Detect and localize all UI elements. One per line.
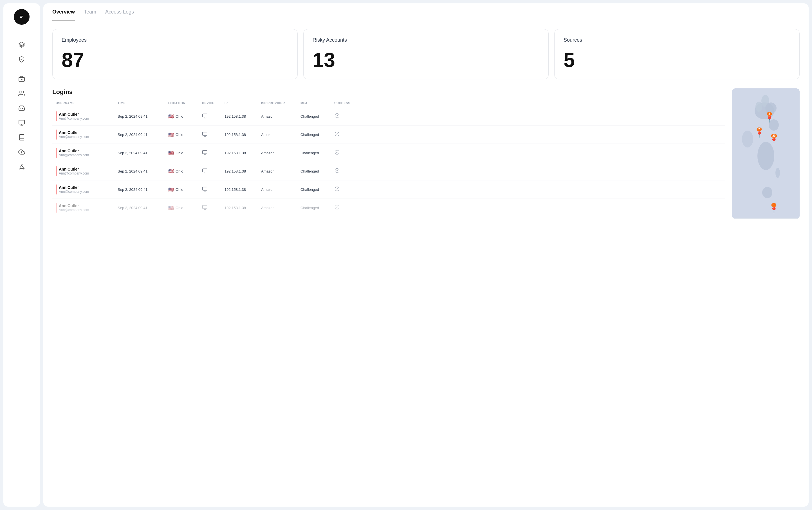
col-isp: ISP PROVIDER [261, 101, 300, 105]
network-icon[interactable] [16, 161, 28, 173]
flag-icon: 🇺🇸 [168, 205, 174, 210]
table-row[interactable]: Ann Cutler Ann@company.com Sep 2, 2024 0… [52, 125, 725, 144]
shield-icon[interactable] [16, 53, 28, 65]
table-row[interactable]: Ann Cutler Ann@company.com Sep 2, 2024 0… [52, 198, 725, 217]
tab-overview[interactable]: Overview [52, 3, 75, 21]
success-cell [334, 204, 357, 211]
sidebar [3, 3, 40, 507]
isp-cell: Amazon [261, 151, 300, 155]
user-cell: Ann Cutler Ann@company.com [56, 148, 118, 158]
device-cell [202, 150, 225, 156]
svg-line-15 [22, 165, 24, 168]
user-name: Ann Cutler [59, 112, 89, 116]
user-cell: Ann Cutler Ann@company.com [56, 111, 118, 121]
device-cell [202, 205, 225, 211]
map-pin-icon: 📍 [770, 138, 778, 144]
svg-rect-29 [203, 169, 207, 172]
user-name: Ann Cutler [59, 130, 89, 135]
employees-card: Employees 87 [52, 29, 298, 79]
location-cell: 🇺🇸 Ohio [168, 114, 202, 119]
location-cell: 🇺🇸 Ohio [168, 150, 202, 155]
device-cell [202, 168, 225, 174]
monitor-icon[interactable] [16, 116, 28, 129]
isp-cell: Amazon [261, 206, 300, 210]
table-row[interactable]: Ann Cutler Ann@company.com Sep 2, 2024 0… [52, 107, 725, 125]
time-cell: Sep 2, 2024 09:41 [118, 114, 168, 118]
risky-accounts-value: 13 [313, 50, 539, 70]
employees-label: Employees [62, 37, 288, 43]
map-pin-icon: 📍 [770, 207, 778, 214]
table-header: USERNAME TIME LOCATION DEVICE IP ISP PRO… [52, 101, 725, 107]
isp-cell: Amazon [261, 133, 300, 137]
user-name: Ann Cutler [59, 203, 89, 208]
flag-icon: 🇺🇸 [168, 114, 174, 119]
success-cell [334, 113, 357, 120]
location-cell: 🇺🇸 Ohio [168, 187, 202, 192]
success-cell [334, 186, 357, 193]
book-icon[interactable] [16, 131, 28, 144]
tab-team[interactable]: Team [84, 3, 96, 21]
location-text: Ohio [176, 114, 183, 118]
cloud-icon[interactable] [16, 146, 28, 158]
map-pin: 20 📍 [770, 134, 778, 144]
user-cell: Ann Cutler Ann@company.com [56, 185, 118, 195]
user-email: Ann@company.com [59, 153, 89, 157]
location-cell: 🇺🇸 Ohio [168, 132, 202, 137]
tabs-nav: Overview Team Access Logs [43, 3, 809, 21]
mfa-cell: Challenged [300, 206, 334, 210]
col-location: LOCATION [168, 101, 202, 105]
location-text: Ohio [176, 169, 183, 173]
ip-cell: 192.158.1.38 [225, 169, 261, 173]
isp-cell: Amazon [261, 114, 300, 118]
user-email: Ann@company.com [59, 208, 89, 212]
flag-icon: 🇺🇸 [168, 169, 174, 174]
map-pin-badge: 20 [771, 134, 777, 138]
user-indicator [56, 111, 57, 121]
device-cell [202, 186, 225, 193]
table-row[interactable]: Ann Cutler Ann@company.com Sep 2, 2024 0… [52, 144, 725, 162]
time-cell: Sep 2, 2024 09:41 [118, 133, 168, 137]
layers-icon[interactable] [16, 38, 28, 51]
user-cell: Ann Cutler Ann@company.com [56, 203, 118, 213]
location-text: Ohio [176, 151, 183, 155]
flag-icon: 🇺🇸 [168, 150, 174, 155]
svg-line-14 [20, 165, 22, 168]
time-cell: Sep 2, 2024 09:41 [118, 188, 168, 192]
users-icon[interactable] [16, 87, 28, 100]
user-cell: Ann Cutler Ann@company.com [56, 130, 118, 140]
mfa-cell: Challenged [300, 169, 334, 173]
app-logo[interactable] [14, 9, 30, 25]
logins-area: Logins USERNAME TIME LOCATION DEVICE IP … [52, 88, 800, 219]
location-cell: 🇺🇸 Ohio [168, 169, 202, 174]
col-ip: IP [225, 101, 261, 105]
user-name: Ann Cutler [59, 167, 89, 171]
ip-cell: 192.158.1.38 [225, 114, 261, 118]
map-pin-badge: 1 [772, 203, 777, 207]
svg-point-7 [20, 91, 22, 93]
table-row[interactable]: Ann Cutler Ann@company.com Sep 2, 2024 0… [52, 180, 725, 198]
svg-rect-25 [203, 150, 207, 154]
map-pin-badge: 8 [767, 112, 772, 116]
location-text: Ohio [176, 133, 183, 137]
user-email: Ann@company.com [59, 171, 89, 175]
svg-rect-2 [20, 17, 22, 18]
tab-access-logs[interactable]: Access Logs [105, 3, 134, 21]
isp-cell: Amazon [261, 188, 300, 192]
location-text: Ohio [176, 206, 183, 210]
mfa-cell: Challenged [300, 133, 334, 137]
isp-cell: Amazon [261, 169, 300, 173]
user-name: Ann Cutler [59, 185, 89, 190]
user-indicator [56, 185, 57, 195]
col-mfa: MFA [300, 101, 334, 105]
table-row[interactable]: Ann Cutler Ann@company.com Sep 2, 2024 0… [52, 162, 725, 180]
time-cell: Sep 2, 2024 09:41 [118, 151, 168, 155]
success-cell [334, 131, 357, 138]
inbox-icon[interactable] [16, 102, 28, 114]
time-cell: Sep 2, 2024 09:41 [118, 206, 168, 210]
success-cell [334, 168, 357, 174]
map-pin-icon: 📍 [765, 116, 773, 122]
location-text: Ohio [176, 188, 183, 192]
risky-accounts-card: Risky Accounts 13 [303, 29, 549, 79]
box-icon[interactable] [16, 73, 28, 85]
map-pin: 2 📍 [755, 128, 763, 138]
